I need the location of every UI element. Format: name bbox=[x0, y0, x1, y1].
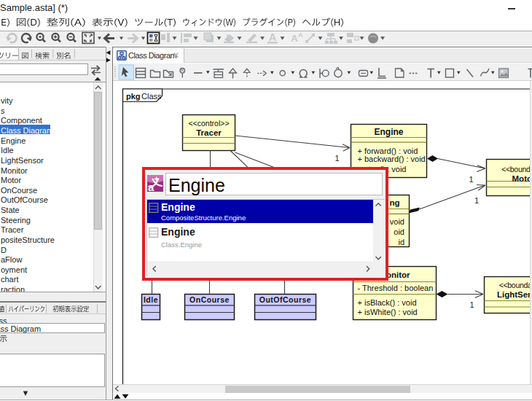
svg-text:pkg: pkg bbox=[126, 91, 141, 100]
svg-text:Tracer: Tracer bbox=[196, 128, 222, 137]
svg-text:1: 1 bbox=[335, 153, 339, 162]
svg-text:A: A bbox=[269, 31, 276, 43]
svg-text:1: 1 bbox=[469, 175, 473, 184]
svg-text:+ isBlack() : void: + isBlack() : void bbox=[357, 298, 416, 307]
svg-text:id: id bbox=[398, 238, 404, 246]
svg-text:Class: Class bbox=[141, 91, 162, 100]
svg-text:OnCourse: OnCourse bbox=[189, 295, 230, 304]
svg-text:Engine: Engine bbox=[374, 127, 403, 137]
svg-text:<<control>>: <<control>> bbox=[188, 119, 229, 128]
svg-text:ng: ng bbox=[389, 198, 399, 207]
svg-text:a: a bbox=[148, 180, 154, 192]
svg-text:- Threshold : boolean: - Threshold : boolean bbox=[357, 284, 433, 292]
svg-text:+ forward() : void: + forward() : void bbox=[357, 146, 418, 155]
svg-text:Idle: Idle bbox=[143, 295, 157, 304]
svg-text:<<boundary>>: <<boundary>> bbox=[498, 281, 529, 289]
svg-text:1: 1 bbox=[474, 195, 479, 204]
svg-text:+ isWhite() : void: + isWhite() : void bbox=[357, 308, 417, 316]
svg-text:A: A bbox=[291, 33, 298, 44]
svg-text:OutOfCourse: OutOfCourse bbox=[259, 295, 310, 304]
svg-text:void: void bbox=[389, 217, 404, 226]
svg-text:Motor: Motor bbox=[512, 174, 529, 182]
svg-text:LightSensor: LightSensor bbox=[496, 290, 529, 299]
svg-text:+ backward() : void: + backward() : void bbox=[357, 155, 425, 163]
svg-text:1: 1 bbox=[469, 300, 474, 308]
svg-text:oid: oid bbox=[394, 227, 404, 236]
svg-text:A: A bbox=[298, 31, 303, 39]
svg-text:<<boundary>>: <<boundary>> bbox=[501, 165, 530, 174]
